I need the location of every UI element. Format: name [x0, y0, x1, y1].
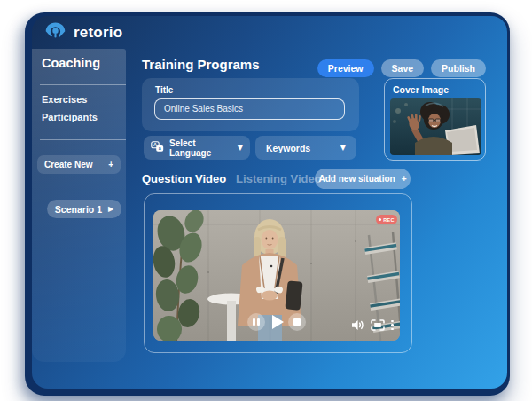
pause-button[interactable] [247, 313, 265, 331]
select-language-button[interactable]: A a Select Language ▼ [144, 136, 250, 160]
video-player[interactable]: REC [153, 210, 400, 341]
play-button[interactable] [266, 311, 287, 333]
stop-icon [293, 318, 301, 326]
select-language-label: Select Language [169, 138, 232, 158]
translate-icon: A a [151, 141, 164, 154]
add-new-situation-button[interactable]: Add new situation + [315, 169, 411, 189]
volume-button[interactable] [351, 319, 364, 331]
title-input[interactable]: Online Sales Basics [154, 98, 345, 120]
fullscreen-button[interactable] [371, 319, 385, 331]
video-tabs: Question Video Listening Video [142, 172, 322, 185]
sidebar-item-participants[interactable]: Participants [42, 112, 98, 122]
rec-badge: REC [376, 215, 397, 224]
create-new-button[interactable]: Create New + [37, 155, 121, 174]
play-icon [272, 315, 284, 329]
sidebar-item-exercises[interactable]: Exercises [42, 94, 87, 105]
fullscreen-icon [371, 319, 385, 331]
add-situation-label: Add new situation [319, 174, 395, 184]
publish-button[interactable]: Publish [431, 59, 486, 77]
keywords-label: Keywords [266, 143, 310, 153]
cover-image-panel: Cover Image [384, 78, 486, 161]
tab-question-video[interactable]: Question Video [142, 172, 226, 185]
sidebar-divider [40, 139, 126, 140]
page-title: Training Programs [142, 57, 260, 72]
stop-button[interactable] [288, 313, 306, 331]
app-window: retorio Coaching Exercises Participants … [32, 16, 507, 389]
brand: retorio [43, 20, 122, 45]
sidebar-divider [40, 84, 126, 85]
preview-button[interactable]: Preview [317, 59, 374, 77]
brand-name: retorio [74, 24, 122, 42]
pause-icon [253, 318, 260, 326]
tab-listening-video[interactable]: Listening Video [236, 172, 322, 185]
cover-image-photo[interactable] [390, 98, 481, 155]
scenario-1-button[interactable]: Scenario 1 ▶ [47, 200, 121, 218]
kebab-menu-icon [391, 320, 394, 331]
save-button[interactable]: Save [381, 59, 425, 77]
volume-icon [351, 319, 364, 331]
title-card: Title Online Sales Basics [142, 78, 359, 131]
chevron-down-icon: ▼ [340, 144, 346, 152]
cover-image-label: Cover Image [393, 84, 449, 95]
header-actions: Preview Save Publish [317, 59, 486, 77]
chevron-down-icon: ▼ [238, 144, 243, 152]
more-button[interactable] [391, 320, 394, 331]
sidebar: Coaching Exercises Participants Create N… [32, 49, 126, 362]
rec-label: REC [383, 217, 395, 223]
plus-icon: + [402, 174, 407, 184]
svg-text:a: a [159, 145, 161, 151]
plus-icon: + [108, 160, 113, 169]
create-new-label: Create New [44, 160, 92, 169]
title-label: Title [155, 85, 173, 95]
keywords-dropdown[interactable]: Keywords ▼ [255, 136, 356, 160]
video-controls-right [351, 319, 394, 331]
retorio-logo-icon [43, 20, 67, 45]
top-bar: retorio [32, 16, 507, 49]
rec-dot-icon [379, 218, 381, 221]
situation-panel: REC [144, 193, 412, 353]
video-controls-center [247, 311, 306, 333]
window-shadow: retorio Coaching Exercises Participants … [25, 12, 510, 396]
sidebar-title: Coaching [42, 56, 100, 70]
scenario-label: Scenario 1 [55, 204, 102, 215]
play-icon: ▶ [108, 205, 113, 213]
